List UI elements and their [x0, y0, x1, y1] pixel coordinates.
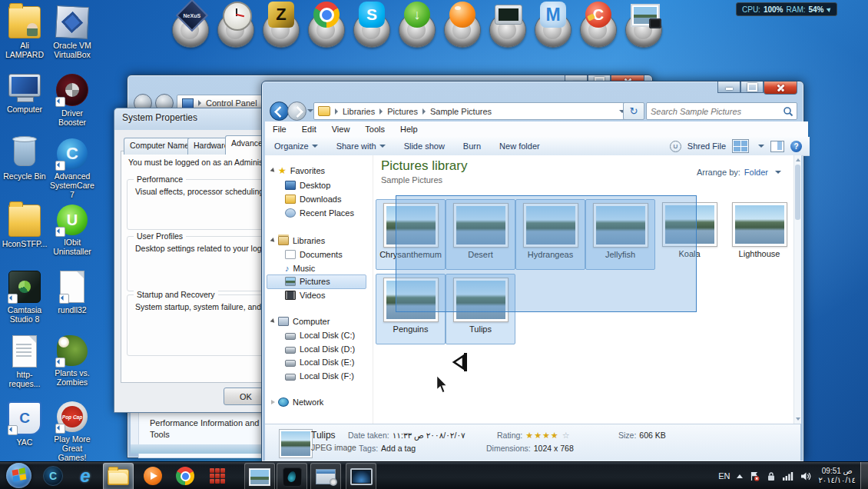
- sidebar-item-pictures[interactable]: Pictures: [285, 275, 330, 288]
- start-button[interactable]: [6, 463, 31, 488]
- scroll-up-icon[interactable]: [796, 158, 800, 161]
- vertical-scrollbar[interactable]: [793, 155, 801, 424]
- expander-icon[interactable]: [270, 318, 277, 324]
- taskbar-item-system-window[interactable]: [310, 463, 341, 489]
- arrange-by-control[interactable]: Arrange by: Folder: [697, 168, 781, 177]
- taskbar-item-remote-desktop[interactable]: [346, 463, 376, 489]
- taskbar-item-explorer[interactable]: [103, 463, 134, 489]
- expander-icon[interactable]: [270, 238, 277, 244]
- show-desktop-button[interactable]: [860, 462, 868, 489]
- forward-button[interactable]: [287, 101, 306, 121]
- lock-icon[interactable]: [767, 471, 776, 481]
- desktop-icon-advanced-systemcare[interactable]: CAdvanced SystemCare 7: [49, 138, 95, 199]
- rating-field[interactable]: Rating:★★★★☆: [497, 431, 570, 441]
- desktop-icon-driver-booster[interactable]: Driver Booster: [49, 74, 95, 127]
- explorer-window[interactable]: Libraries Pictures Sample Pictures ↻ Fil…: [261, 81, 804, 462]
- taskbar-item-camtasia[interactable]: [277, 463, 307, 489]
- dock-item-display-settings[interactable]: [485, 0, 530, 51]
- breadcrumb-pictures[interactable]: Pictures: [385, 106, 420, 117]
- language-indicator[interactable]: EN: [718, 471, 730, 481]
- taskbar-item-internet-explorer[interactable]: e: [71, 463, 100, 489]
- taskbar-item-media-player[interactable]: [138, 463, 167, 489]
- menu-tools[interactable]: Tools: [365, 125, 385, 134]
- menu-file[interactable]: File: [273, 125, 287, 134]
- desktop-icon-camtasia[interactable]: Camtasia Studio 8: [2, 271, 48, 324]
- organize-button[interactable]: Organize: [274, 141, 318, 151]
- sidebar-item-documents[interactable]: Documents: [285, 248, 343, 261]
- preview-pane-icon[interactable]: [770, 141, 784, 152]
- sidebar-item-favorites[interactable]: ★Favorites: [271, 165, 325, 177]
- close-button[interactable]: [764, 82, 797, 95]
- sidebar-item-computer[interactable]: Computer: [271, 315, 330, 328]
- sidebar-item-libraries[interactable]: Libraries: [271, 235, 325, 247]
- sidebar-item-recent-places[interactable]: Recent Places: [285, 207, 354, 219]
- sidebar-item-network[interactable]: Network: [271, 396, 323, 408]
- new-folder-button[interactable]: New folder: [499, 141, 540, 151]
- sidebar-item-desktop[interactable]: Desktop: [285, 179, 330, 191]
- dock-item-chrome[interactable]: [303, 0, 349, 51]
- taskbar-item-chrome[interactable]: [171, 463, 200, 489]
- sidebar-item-videos[interactable]: Videos: [285, 289, 325, 301]
- expander-icon[interactable]: [270, 168, 277, 174]
- taskbar-item-systemcare[interactable]: C: [38, 463, 68, 489]
- burn-button[interactable]: Burn: [463, 141, 481, 151]
- desktop-icon-computer[interactable]: Computer: [2, 74, 48, 114]
- desktop-icon-recycle-bin[interactable]: Recycle Bin: [2, 138, 48, 181]
- desktop-icon-http-request[interactable]: http-reques...: [2, 335, 48, 388]
- sidebar-item-music[interactable]: ♪Music: [285, 262, 315, 274]
- cpu-ram-meter[interactable]: CPU:100% RAM:54%: [736, 2, 837, 16]
- desktop-icon-popcap[interactable]: Pop CapPlay More Great Games!: [49, 401, 95, 462]
- dock-item-screenshot[interactable]: [621, 0, 666, 51]
- menu-view[interactable]: View: [332, 125, 350, 134]
- clock[interactable]: 09:51 ص ٢٠١٤/١٠/١٤: [818, 467, 856, 485]
- minimize-button[interactable]: [717, 82, 740, 93]
- maximize-button[interactable]: [740, 82, 764, 93]
- tags-field[interactable]: Tags:Add a tag: [359, 444, 416, 453]
- desktop-icon-rundll32[interactable]: rundll32: [49, 271, 95, 314]
- desktop-icon-ali-lampard[interactable]: Ali LAMPARD: [2, 6, 48, 59]
- sidebar-item-disk-f[interactable]: Local Disk (F:): [285, 370, 354, 382]
- show-hidden-icons-icon[interactable]: [737, 474, 743, 478]
- address-bar[interactable]: Libraries Pictures Sample Pictures: [313, 102, 630, 120]
- taskbar-item-photo-viewer[interactable]: [244, 463, 275, 489]
- views-dropdown-icon[interactable]: [758, 145, 764, 148]
- menu-edit[interactable]: Edit: [302, 125, 316, 134]
- breadcrumb-sample-pictures[interactable]: Sample Pictures: [428, 106, 494, 117]
- volume-icon[interactable]: [800, 471, 811, 481]
- dock-item-zonealarm[interactable]: Z: [258, 0, 303, 51]
- help-icon[interactable]: ?: [790, 141, 802, 152]
- desktop-icon-yac[interactable]: CYAC: [2, 401, 48, 447]
- desktop-icon-plants-vs-zombies[interactable]: Plants vs. Zombies: [49, 335, 95, 387]
- expander-icon[interactable]: [271, 400, 275, 404]
- dock-item-ccleaner[interactable]: C: [575, 0, 621, 51]
- search-box[interactable]: [646, 102, 797, 120]
- back-button[interactable]: [270, 101, 289, 121]
- share-with-button[interactable]: Share with: [336, 141, 386, 151]
- dock-item-idm[interactable]: ↓: [394, 0, 439, 51]
- sidebar-item-disk-e[interactable]: Local Disk (E:): [285, 356, 355, 368]
- sidebar-item-disk-c[interactable]: Local Disk (C:): [285, 329, 355, 341]
- dock-item-nexus[interactable]: NeXuS: [167, 0, 213, 51]
- desktop-icon-hconstfp[interactable]: HconSTFP...: [2, 205, 48, 248]
- nav-history-dropdown-icon[interactable]: [307, 109, 313, 112]
- dock-item-gom-player[interactable]: [439, 0, 485, 51]
- sidebar-item-downloads[interactable]: Downloads: [285, 193, 341, 205]
- shred-file-button[interactable]: Shred File: [687, 141, 726, 151]
- action-center-flag-icon[interactable]: [750, 471, 760, 481]
- menu-help[interactable]: Help: [400, 125, 418, 134]
- refresh-button[interactable]: ↻: [623, 102, 644, 120]
- file-item-lighthouse[interactable]: Lighthouse: [725, 199, 793, 268]
- dock-item-clock[interactable]: [213, 0, 258, 51]
- dock-item-maxthon[interactable]: M: [530, 0, 575, 51]
- sidebar-item-disk-d[interactable]: Local Disk (D:): [285, 343, 355, 355]
- network-signal-icon[interactable]: [783, 471, 793, 481]
- taskbar-item-red-grid-app[interactable]: [203, 463, 232, 489]
- tab-computer-name[interactable]: Computer Name: [124, 138, 195, 155]
- search-input[interactable]: [647, 107, 783, 116]
- views-icon[interactable]: [732, 139, 749, 153]
- scrollbar-thumb[interactable]: [795, 165, 800, 220]
- scroll-down-icon[interactable]: [796, 417, 800, 421]
- desktop-icon-iobit-uninstaller[interactable]: UIObit Uninstaller: [49, 205, 95, 256]
- slide-show-button[interactable]: Slide show: [404, 141, 445, 151]
- dock-item-skype[interactable]: S: [349, 0, 394, 51]
